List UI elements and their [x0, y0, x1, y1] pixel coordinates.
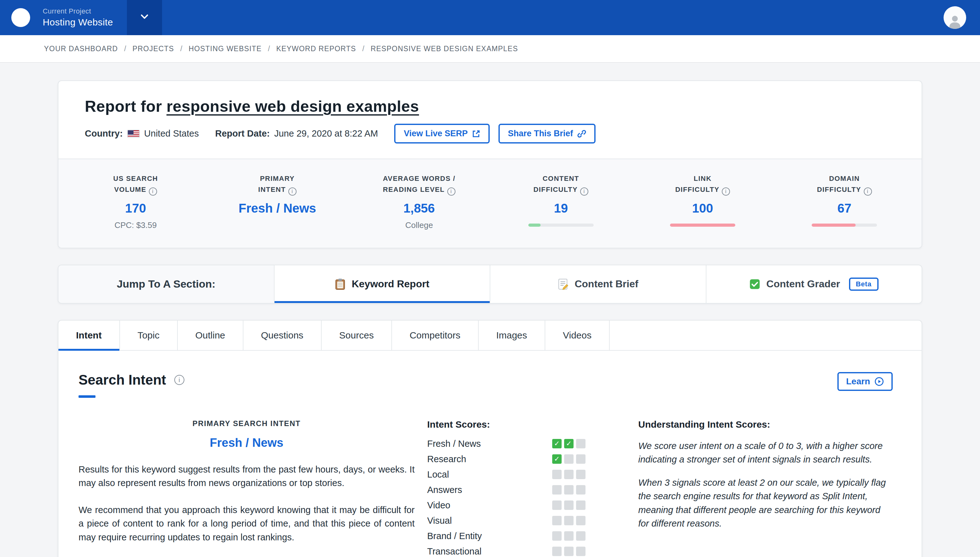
stat-label-line: DIFFICULTY: [533, 186, 578, 194]
intent-score-row: Fresh / News: [427, 439, 585, 449]
intent-score-squares: [552, 485, 585, 495]
search-intent-section: Search Intent Learn PRIMARY SE: [59, 351, 921, 557]
intent-score-row: Video: [427, 500, 585, 511]
country-value: United States: [144, 129, 199, 139]
clipboard-icon: [335, 278, 346, 290]
score-square: [576, 454, 585, 464]
jump-item-content-brief[interactable]: Content Brief: [490, 265, 706, 303]
score-square: [564, 531, 574, 541]
progress-bar: [812, 223, 877, 227]
breadcrumb-item-projects[interactable]: PROJECTS: [132, 45, 174, 53]
user-avatar[interactable]: [944, 6, 966, 29]
understanding-title: Understanding Intent Scores:: [638, 419, 893, 430]
intent-score-squares: [552, 454, 585, 464]
score-square: [552, 516, 562, 525]
score-square: [564, 454, 574, 464]
breadcrumb-separator: /: [180, 45, 182, 53]
score-square: [576, 485, 585, 495]
jump-section-bar: Jump To A Section: Keyword Report Conten…: [58, 265, 922, 304]
project-selector-label: Current Project: [43, 7, 113, 16]
breadcrumb-item-hosting-website[interactable]: HOSTING WEBSITE: [188, 45, 262, 53]
tab-topic[interactable]: Topic: [120, 321, 178, 350]
jump-section-label: Jump To A Section:: [59, 265, 274, 303]
project-dropdown-button[interactable]: [127, 0, 162, 35]
tab-outline[interactable]: Outline: [178, 321, 243, 350]
stat-label-line: AVERAGE WORDS /: [348, 173, 490, 184]
learn-button[interactable]: Learn: [837, 372, 893, 391]
info-icon[interactable]: [289, 187, 297, 195]
report-title-prefix: Report for: [85, 98, 166, 115]
report-header-card: Report for responsive web design example…: [58, 80, 922, 248]
jump-item-content-grader[interactable]: Content Grader Beta: [706, 265, 922, 303]
search-intent-header: Search Intent Learn: [78, 372, 893, 398]
jump-item-keyword-report[interactable]: Keyword Report: [274, 265, 491, 303]
intent-score-row: Brand / Entity: [427, 531, 585, 541]
memo-icon: [558, 278, 568, 290]
intent-score-row: Answers: [427, 485, 585, 495]
stat-sub: College: [348, 220, 490, 230]
stat-label-line: DIFFICULTY: [817, 186, 861, 194]
stat-label-line: LINK: [632, 173, 773, 184]
stat-value: 1,856: [348, 201, 490, 215]
us-flag-icon: [127, 130, 140, 138]
score-square: [576, 531, 585, 541]
stats-row: US SEARCH VOLUME 170 CPC: $3.59 PRIMARY …: [59, 158, 921, 248]
breadcrumb-item-current[interactable]: RESPONSIVE WEB DESIGN EXAMPLES: [371, 45, 518, 53]
search-intent-title-text: Search Intent: [78, 372, 166, 388]
intent-score-squares: [552, 531, 585, 541]
info-icon[interactable]: [447, 187, 455, 195]
score-square: [564, 470, 574, 479]
intent-score-label: Brand / Entity: [427, 531, 482, 541]
intent-score-row: Local: [427, 469, 585, 480]
project-name: Hosting Website: [43, 16, 113, 28]
stat-label-line: US SEARCH: [65, 173, 206, 184]
tab-competitors[interactable]: Competitors: [392, 321, 479, 350]
breadcrumb-separator: /: [268, 45, 270, 53]
stat-label-line: PRIMARY: [206, 173, 348, 184]
check-box-icon: [750, 279, 760, 290]
breadcrumb-item-dashboard[interactable]: YOUR DASHBOARD: [44, 45, 118, 53]
info-icon[interactable]: [864, 187, 872, 195]
progress-bar: [528, 223, 594, 227]
primary-search-intent-value: Fresh / News: [78, 436, 415, 450]
score-square: [576, 500, 585, 510]
report-body-card: Intent Topic Outline Questions Sources C…: [58, 320, 922, 557]
report-title-keyword: responsive web design examples: [166, 98, 419, 115]
stat-content-difficulty: CONTENT DIFFICULTY 19: [490, 173, 632, 230]
intent-score-label: Visual: [427, 516, 452, 526]
page-title: Report for responsive web design example…: [85, 97, 895, 116]
stat-label-line: READING LEVEL: [383, 186, 445, 194]
stat-value: 19: [490, 201, 632, 215]
report-date-label: Report Date:: [215, 129, 270, 139]
search-intent-title: Search Intent: [78, 372, 184, 388]
progress-bar-fill: [528, 223, 541, 227]
country-label: Country:: [85, 129, 123, 139]
tab-videos[interactable]: Videos: [545, 321, 610, 350]
view-live-serp-button[interactable]: View Live SERP: [394, 124, 490, 143]
understanding-paragraph: When 3 signals score at least 2 on our s…: [638, 476, 893, 531]
view-live-serp-label: View Live SERP: [404, 129, 468, 138]
app-logo[interactable]: [11, 8, 30, 27]
info-icon[interactable]: [722, 187, 730, 195]
tab-images[interactable]: Images: [479, 321, 545, 350]
score-square: [576, 516, 585, 525]
stat-label: US SEARCH VOLUME: [65, 173, 206, 195]
intent-scores-title: Intent Scores:: [427, 419, 585, 430]
tab-questions[interactable]: Questions: [243, 321, 322, 350]
breadcrumb-item-keyword-reports[interactable]: KEYWORD REPORTS: [276, 45, 356, 53]
share-brief-button[interactable]: Share This Brief: [499, 124, 595, 143]
info-icon[interactable]: [149, 187, 157, 195]
info-icon[interactable]: [174, 375, 184, 385]
beta-badge: Beta: [849, 278, 879, 291]
intent-score-label: Fresh / News: [427, 439, 481, 449]
tab-intent[interactable]: Intent: [59, 321, 120, 350]
score-square: [576, 547, 585, 556]
project-selector[interactable]: Current Project Hosting Website: [43, 7, 113, 28]
progress-bar: [670, 223, 735, 227]
tab-sources[interactable]: Sources: [322, 321, 392, 350]
understanding-column: Understanding Intent Scores: We score us…: [638, 419, 893, 531]
score-square: [564, 439, 574, 448]
info-icon[interactable]: [580, 187, 588, 195]
intent-score-row: Research: [427, 454, 585, 464]
intent-score-squares: [552, 547, 585, 556]
